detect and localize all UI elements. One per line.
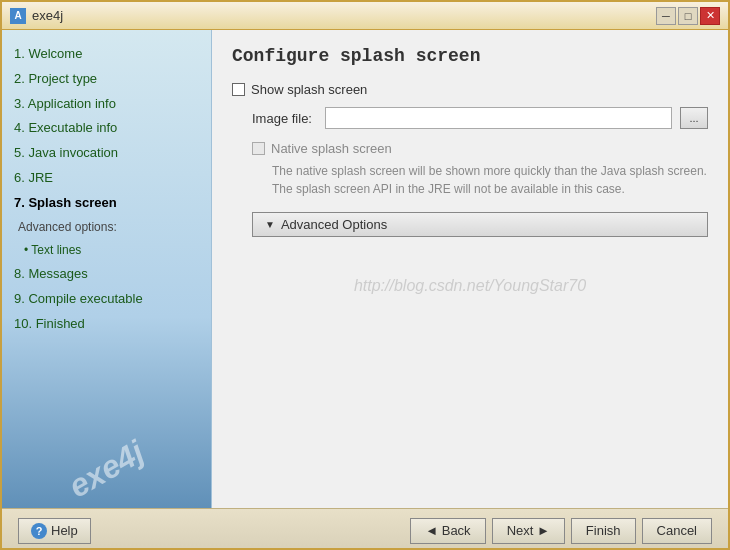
show-splash-row: Show splash screen [232,82,708,97]
bottom-right: ◄ Back Next ► Finish Cancel [410,518,712,544]
help-icon: ? [31,523,47,539]
advanced-arrow-icon: ▼ [265,219,275,230]
image-file-label: Image file: [252,111,317,126]
sidebar-item-text-lines[interactable]: • Text lines [10,239,203,262]
sidebar-item-messages[interactable]: 8. Messages [10,262,203,287]
titlebar-left: A exe4j [10,8,63,24]
show-splash-checkbox-label[interactable]: Show splash screen [232,82,367,97]
titlebar: A exe4j ─ □ ✕ [2,2,728,30]
image-file-row: Image file: ... [252,107,708,129]
sidebar-item-application-info[interactable]: 3. Application info [10,92,203,117]
minimize-button[interactable]: ─ [656,7,676,25]
maximize-button[interactable]: □ [678,7,698,25]
sidebar-item-finished[interactable]: 10. Finished [10,312,203,337]
window-title: exe4j [32,8,63,23]
sidebar: 1. Welcome 2. Project type 3. Applicatio… [2,30,212,508]
image-file-input[interactable] [325,107,672,129]
advanced-options-label: Advanced Options [281,217,387,232]
sidebar-item-splash-screen[interactable]: 7. Splash screen [10,191,203,216]
advanced-options-button[interactable]: ▼ Advanced Options [252,212,708,237]
window-controls: ─ □ ✕ [656,7,720,25]
native-splash-checkbox[interactable] [252,142,265,155]
bottom-bar: ? Help ◄ Back Next ► Finish Cancel [2,508,728,550]
main-container: 1. Welcome 2. Project type 3. Applicatio… [2,30,728,508]
next-button[interactable]: Next ► [492,518,565,544]
native-splash-label: Native splash screen [271,141,392,156]
page-title: Configure splash screen [232,46,708,66]
app-icon: A [10,8,26,24]
sidebar-watermark: exe4j [7,401,206,508]
cancel-button[interactable]: Cancel [642,518,712,544]
browse-button[interactable]: ... [680,107,708,129]
back-button[interactable]: ◄ Back [410,518,485,544]
close-button[interactable]: ✕ [700,7,720,25]
help-button[interactable]: ? Help [18,518,91,544]
sidebar-item-jre[interactable]: 6. JRE [10,166,203,191]
sidebar-item-welcome[interactable]: 1. Welcome [10,42,203,67]
watermark-url: http://blog.csdn.net/YoungStar70 [232,277,708,295]
sidebar-item-project-type[interactable]: 2. Project type [10,67,203,92]
content-area: Configure splash screen Show splash scre… [212,30,728,508]
native-splash-row: Native splash screen [252,141,708,156]
sidebar-item-java-invocation[interactable]: 5. Java invocation [10,141,203,166]
sidebar-item-executable-info[interactable]: 4. Executable info [10,116,203,141]
native-splash-description: The native splash screen will be shown m… [272,162,708,198]
show-splash-checkbox[interactable] [232,83,245,96]
sidebar-item-compile-executable[interactable]: 9. Compile executable [10,287,203,312]
bottom-left: ? Help [18,518,91,544]
finish-button[interactable]: Finish [571,518,636,544]
sidebar-advanced-options-label: Advanced options: [10,216,203,239]
show-splash-label: Show splash screen [251,82,367,97]
